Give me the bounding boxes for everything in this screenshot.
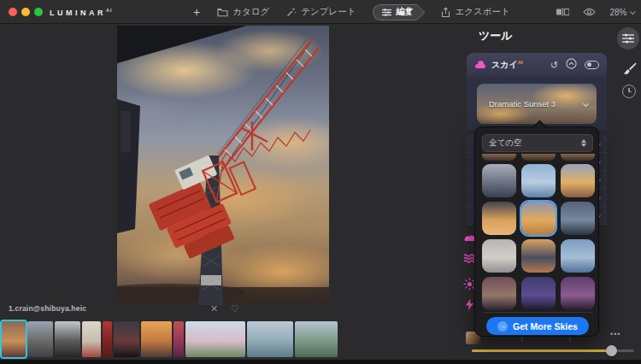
collapse-icon[interactable] [566,57,577,73]
nav-export-label: エクスポート [455,6,509,18]
filmstrip-thumbnail-10[interactable] [247,321,293,357]
history-clock-icon[interactable] [622,85,636,98]
title-bar: LUMINARAI + カタログ テンプレート 編集 [0,0,641,24]
filmstrip-thumbnail-5[interactable] [103,321,112,357]
get-more-skies-label: Get More Skies [513,321,578,332]
edit-tools-rail-button[interactable] [617,27,639,50]
sky-cloud-icon [474,62,486,68]
sky-thumbnail-wispy-blue[interactable] [561,239,595,273]
adjustments-icon [382,9,391,16]
nav-templates[interactable]: テンプレート [286,6,356,18]
sky-thumbnail-gray-clouds[interactable] [482,164,516,197]
sky-tool-label: スカイAI [491,59,523,71]
arrow-right-icon: → [497,321,508,332]
tools-panel-title: ツール [479,28,513,44]
nav-catalog[interactable]: カタログ [217,6,269,18]
sky-selection-popup: 全ての空 → Get More Skies [474,126,599,337]
zoom-level-control[interactable]: 28% [609,8,634,17]
app-logo: LUMINARAI [50,8,113,17]
close-window-button[interactable] [9,8,17,16]
sky-thumbnail-milkyway-violet[interactable] [561,277,595,310]
amount-slider[interactable] [472,349,634,352]
sky-tool-header[interactable]: スカイAI ↺ [467,53,607,77]
filmstrip-thumbnail-8[interactable] [173,321,184,357]
reset-icon[interactable]: ↺ [550,60,558,71]
filmstrip-thumbnail-7[interactable] [141,321,172,357]
filmstrip-thumbnail-1[interactable] [2,321,26,357]
compare-icon[interactable] [556,4,569,20]
nav-templates-label: テンプレート [301,6,356,18]
filmstrip-thumbnail-6[interactable] [114,321,139,357]
folder-icon [217,8,228,17]
more-options-button[interactable]: ••• [610,330,620,338]
amount-slider-knob[interactable] [606,345,617,356]
sky-thumbnail-hazy-pale[interactable] [482,239,516,273]
main-photo-crane-sunset[interactable] [117,26,329,305]
sky-filter-select[interactable]: 全ての空 [482,134,593,152]
nav-edit-active-tab[interactable]: 編集 [373,4,417,21]
chevron-down-icon [630,9,635,14]
filmstrip-thumbnail-3[interactable] [55,321,80,357]
masking-brush-icon[interactable] [621,62,637,80]
sky-thumbnail-foggy-sunset[interactable] [482,202,516,235]
filmstrip-thumbnail-2[interactable] [27,321,53,357]
reject-photo-button[interactable]: ✕ [210,303,218,314]
nav-export[interactable]: エクスポート [441,6,509,18]
sky-thumbnail-sunset-dark-cloud[interactable] [521,239,556,273]
sky-thumbnail-milkyway-blue[interactable] [521,277,556,310]
add-button[interactable]: + [193,5,200,19]
bottom-edge [0,360,641,364]
sky-grid-partial-row [482,154,595,161]
zoom-level-value: 28% [609,8,626,17]
nav-catalog-label: カタログ [232,6,269,18]
popup-divider [482,312,593,313]
sky-thumbnail-storm-clouds[interactable] [561,202,595,235]
filmstrip-thumbnail-4[interactable] [82,321,101,357]
sky-thumbnail-blue-clouds[interactable] [521,164,556,197]
current-filename: 1.crain@shibuya.heic [9,304,86,313]
select-updown-icon [581,139,586,147]
visibility-toggle[interactable] [585,61,599,69]
sky-thumbnail-partial-1[interactable] [482,154,516,161]
amount-slider-fill [472,349,611,352]
chevron-down-icon [583,101,589,107]
sky-preset-dropdown[interactable]: Dramatic Sunset 3 [477,84,597,124]
minimize-window-button[interactable] [21,8,30,16]
filmstrip [2,321,338,357]
filmstrip-thumbnail-9[interactable] [185,321,245,357]
sky-thumbnail-partial-2[interactable] [521,154,556,161]
wand-icon [286,7,297,17]
preview-eye-icon[interactable] [583,4,596,20]
app-window: LUMINARAI + カタログ テンプレート 編集 [0,0,641,364]
sky-preset-name: Dramatic Sunset 3 [489,99,556,109]
sky-filter-value: 全ての空 [489,138,521,149]
filmstrip-thumbnail-11[interactable] [295,321,338,357]
sky-thumbnail-milkyway-warm[interactable] [482,277,516,310]
get-more-skies-button[interactable]: → Get More Skies [486,317,589,335]
favorite-photo-button[interactable]: ♡ [231,303,239,314]
sky-thumbnail-partial-3[interactable] [561,154,595,161]
sky-thumbnail-dramatic-sunset[interactable] [521,202,556,235]
share-icon [441,7,450,18]
sky-thumbnail-golden-sunset[interactable] [561,164,595,197]
zoom-window-button[interactable] [34,8,43,16]
sky-thumbnail-grid [482,164,595,310]
